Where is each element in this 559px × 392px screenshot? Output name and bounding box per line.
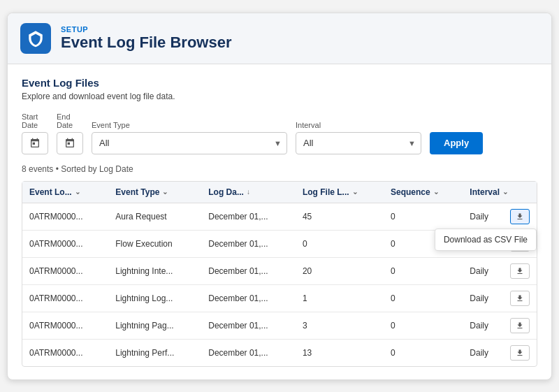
results-summary: 8 events • Sorted by Log Date: [22, 164, 537, 174]
cell-sequence: 0: [384, 203, 463, 230]
download-icon: [516, 212, 524, 221]
end-date-label: EndDate: [57, 112, 83, 129]
interval-value: Daily: [470, 293, 488, 303]
col-header-event-type[interactable]: Event Type ⌄: [108, 182, 201, 203]
start-date-group: StartDate: [22, 112, 48, 154]
event-log-table: Event Lo... ⌄ Event Type ⌄: [22, 182, 537, 366]
download-csv-button[interactable]: [510, 209, 530, 224]
download-icon: [516, 267, 524, 275]
cell-log_file_l: 45: [296, 203, 384, 230]
cell-log_date: December 01,...: [201, 339, 296, 366]
cell-event_type: Lightning Log...: [108, 284, 201, 312]
col-header-event-log[interactable]: Event Lo... ⌄: [22, 182, 108, 203]
cell-event_log: 0ATRM0000...: [22, 203, 108, 230]
table-row: 0ATRM0000...Aura RequestDecember 01,...4…: [22, 203, 537, 230]
cell-event_type: Lightning Perf...: [108, 339, 201, 366]
sort-icon: ⌄: [502, 188, 508, 196]
download-csv-button[interactable]: [510, 263, 530, 279]
sort-icon: ⌄: [433, 188, 439, 196]
interval-value: Daily: [470, 212, 488, 222]
setup-label: SETUP: [61, 25, 232, 34]
download-tooltip-container: [510, 345, 530, 361]
interval-value: Daily: [470, 321, 488, 331]
download-tooltip: Download as CSV File: [435, 228, 537, 251]
col-header-log-file[interactable]: Log File L... ⌄: [296, 182, 384, 203]
section-title: Event Log Files: [22, 77, 537, 89]
cell-interval: Daily: [463, 339, 537, 366]
cell-log_file_l: 20: [296, 257, 384, 284]
cell-event_type: Lightning Pag...: [108, 312, 201, 339]
app-icon: [20, 23, 51, 54]
header: SETUP Event Log File Browser: [8, 13, 551, 64]
cell-log_file_l: 0: [296, 230, 384, 257]
main-container: SETUP Event Log File Browser Event Log F…: [7, 13, 552, 380]
download-tooltip-container: [510, 318, 530, 333]
download-tooltip-container: Download as CSV File: [510, 209, 530, 224]
cell-sequence: 0: [384, 339, 463, 366]
table-row: 0ATRM0000...Lightning Perf...December 01…: [22, 339, 537, 366]
sort-icon: ⌄: [352, 188, 358, 196]
calendar-icon: [29, 138, 41, 149]
sort-desc-icon: ↓: [247, 188, 250, 196]
cell-log_date: December 01,...: [201, 257, 296, 284]
apply-button[interactable]: Apply: [430, 132, 483, 154]
cell-event_log: 0ATRM0000...: [22, 339, 108, 366]
interval-select-wrapper: All Daily Hourly ▼: [296, 132, 421, 154]
cell-event_log: 0ATRM0000...: [22, 257, 108, 284]
download-tooltip-container: [510, 291, 530, 306]
download-csv-button[interactable]: [510, 291, 530, 306]
event-type-select[interactable]: All Aura Request Flow Execution Lightnin…: [92, 132, 287, 154]
table-row: 0ATRM0000...Lightning Log...December 01,…: [22, 284, 537, 312]
interval-value: Daily: [470, 266, 488, 276]
cell-interval: Daily: [463, 257, 537, 284]
interval-label: Interval: [296, 121, 421, 129]
table-wrapper: Event Lo... ⌄ Event Type ⌄: [22, 181, 537, 367]
end-date-group: EndDate: [57, 112, 83, 154]
cell-log_date: December 01,...: [201, 203, 296, 230]
interval-group: Interval All Daily Hourly ▼: [296, 121, 421, 154]
cell-log_date: December 01,...: [201, 230, 296, 257]
start-date-button[interactable]: [22, 132, 48, 154]
cell-interval: Daily: [463, 312, 537, 339]
shield-icon: [27, 29, 45, 48]
interval-value: Daily: [470, 348, 488, 358]
header-text: SETUP Event Log File Browser: [61, 25, 232, 52]
calendar-icon: [64, 138, 75, 149]
table-row: 0ATRM0000...Lightning Inte...December 01…: [22, 257, 537, 284]
cell-log_file_l: 3: [296, 312, 384, 339]
start-date-label: StartDate: [22, 112, 48, 129]
download-csv-button[interactable]: [510, 345, 530, 361]
col-header-log-date[interactable]: Log Da... ↓: [201, 182, 296, 203]
cell-event_type: Aura Request: [108, 203, 201, 230]
col-header-interval[interactable]: Interval ⌄: [463, 182, 537, 203]
section-subtitle: Explore and download event log file data…: [22, 92, 537, 101]
cell-log_date: December 01,...: [201, 284, 296, 312]
sort-icon: ⌄: [75, 188, 80, 196]
download-icon: [516, 294, 524, 303]
cell-event_type: Lightning Inte...: [108, 257, 201, 284]
interval-select[interactable]: All Daily Hourly: [296, 132, 421, 154]
cell-event_type: Flow Execution: [108, 230, 201, 257]
cell-sequence: 0: [384, 257, 463, 284]
event-type-label: Event Type: [92, 121, 287, 129]
cell-event_log: 0ATRM0000...: [22, 312, 108, 339]
table-row: 0ATRM0000...Lightning Pag...December 01,…: [22, 312, 537, 339]
cell-event_log: 0ATRM0000...: [22, 284, 108, 312]
download-tooltip-container: [510, 263, 530, 279]
page-title: Event Log File Browser: [61, 34, 232, 52]
download-csv-button[interactable]: [510, 318, 530, 333]
download-icon: [516, 321, 524, 330]
cell-interval: DailyDownload as CSV File: [463, 203, 537, 230]
table-body: 0ATRM0000...Aura RequestDecember 01,...4…: [22, 203, 537, 366]
cell-sequence: 0: [384, 284, 463, 312]
cell-interval: Daily: [463, 284, 537, 312]
cell-sequence: 0: [384, 312, 463, 339]
table-header: Event Lo... ⌄ Event Type ⌄: [22, 182, 537, 203]
col-header-sequence[interactable]: Sequence ⌄: [384, 182, 463, 203]
cell-log_file_l: 13: [296, 339, 384, 366]
event-type-select-wrapper: All Aura Request Flow Execution Lightnin…: [92, 132, 287, 154]
content-area: Event Log Files Explore and download eve…: [8, 64, 551, 379]
end-date-button[interactable]: [57, 132, 83, 154]
cell-event_log: 0ATRM0000...: [22, 230, 108, 257]
cell-log_file_l: 1: [296, 284, 384, 312]
